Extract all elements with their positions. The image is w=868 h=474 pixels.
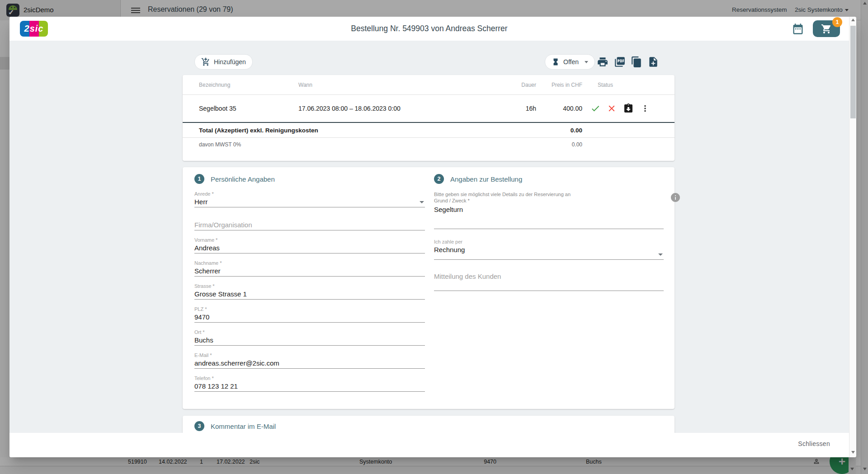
customer-message-textarea[interactable]: Mitteilung des Kunden <box>434 272 664 291</box>
chevron-down-icon <box>420 201 424 203</box>
plz-field[interactable]: PLZ * 9470 <box>194 306 425 323</box>
item-duration: 16h <box>499 105 536 112</box>
scroll-up-icon[interactable] <box>851 19 855 21</box>
item-when: 17.06.2023 08:00 – 18.06.2023 0:00 <box>298 105 401 112</box>
total-value: 0.00 <box>544 127 582 134</box>
close-button[interactable]: Schliessen <box>798 440 830 447</box>
total-row: Total (Akzeptiert) exkl. Reinigungskoste… <box>183 123 675 138</box>
section-number-badge: 3 <box>194 421 204 431</box>
reject-icon[interactable] <box>607 103 617 113</box>
firma-field[interactable]: Firma/Organisation <box>194 214 425 230</box>
purpose-textarea[interactable]: Segelturn <box>434 206 664 229</box>
ort-field[interactable]: Ort * Buchs <box>194 329 425 346</box>
copy-icon <box>631 56 642 68</box>
order-form-card: 1 Persönliche Angaben Anrede * Herr Firm… <box>183 167 675 409</box>
col-wann: Wann <box>298 82 312 88</box>
col-bezeichnung: Bezeichnung <box>199 82 230 88</box>
new-document-button[interactable] <box>647 56 659 68</box>
vorname-field[interactable]: Vorname * Andreas <box>194 237 425 253</box>
status-label: Offen <box>563 58 579 66</box>
vat-label: davon MWST 0% <box>199 141 241 148</box>
cart-badge: 1 <box>832 17 842 27</box>
more-vert-icon[interactable] <box>640 103 650 113</box>
vat-row: davon MWST 0% 0.00 <box>183 138 675 151</box>
calendar-icon[interactable] <box>792 23 804 35</box>
purpose-helper: Bitte geben sie möglichst viele Details … <box>434 191 664 197</box>
note-add-icon <box>647 56 659 68</box>
status-dropdown[interactable]: Offen <box>545 54 595 70</box>
dialog-content: Hinzufügen Offen Bezeichn <box>9 41 849 433</box>
dialog-scrollbar[interactable] <box>849 17 856 457</box>
order-items-card: Bezeichnung Wann Dauer Preis in CHF Stat… <box>183 75 675 161</box>
email-field[interactable]: E-Mail * andreas.scherrer@2sic.com <box>194 352 425 369</box>
accept-icon[interactable] <box>590 103 600 113</box>
dialog-footer: Schliessen <box>9 433 849 457</box>
hourglass-icon <box>552 58 560 66</box>
col-status: Status <box>598 82 613 88</box>
info-icon[interactable] <box>670 192 681 203</box>
table-header-row: Bezeichnung Wann Dauer Preis in CHF Stat… <box>183 75 675 95</box>
section-number-badge: 1 <box>194 174 204 184</box>
nachname-field[interactable]: Nachname * Scherrer <box>194 260 425 277</box>
add-item-label: Hinzufügen <box>214 58 246 66</box>
dialog-header: 2sic Bestellung Nr. 549903 von Andreas S… <box>9 17 849 41</box>
chevron-down-icon <box>585 61 588 63</box>
purpose-label: Grund / Zweck * <box>434 197 664 204</box>
col-preis: Preis in CHF <box>544 82 582 88</box>
order-details-section: 2 Angaben zur Bestellung Bitte geben sie… <box>434 174 664 291</box>
section-title: Kommentar im E-Mail <box>211 422 276 430</box>
scrollbar-thumb[interactable] <box>850 26 856 118</box>
pdf-button[interactable] <box>614 56 626 68</box>
print-button[interactable] <box>597 56 609 68</box>
scroll-down-icon[interactable] <box>851 451 855 454</box>
chevron-down-icon <box>658 253 663 256</box>
item-name: Segelboot 35 <box>199 105 236 112</box>
add-item-button[interactable]: Hinzufügen <box>194 54 253 70</box>
section-title: Angaben zur Bestellung <box>450 175 522 183</box>
add-shopping-cart-icon <box>201 57 210 66</box>
assignment-returned-icon[interactable] <box>623 103 634 114</box>
email-comment-card: 3 Kommentar im E-Mail <box>183 416 675 433</box>
total-label: Total (Akzeptiert) exkl. Reinigungskoste… <box>199 127 318 134</box>
table-row: Segelboot 35 17.06.2023 08:00 – 18.06.20… <box>183 95 675 123</box>
pdf-icon <box>614 56 626 68</box>
payment-select[interactable]: Ich zahle per Rechnung <box>434 239 664 260</box>
screen: ✓ 2sicDemo Reservationen (29 von 79) Res… <box>0 0 868 474</box>
section-title: Persönliche Angaben <box>211 175 275 183</box>
telefon-field[interactable]: Telefon * 078 123 12 21 <box>194 375 425 392</box>
item-price: 400.00 <box>544 105 582 112</box>
copy-button[interactable] <box>631 56 642 68</box>
shopping-cart-icon <box>821 23 832 34</box>
personal-data-section: 1 Persönliche Angaben Anrede * Herr Firm… <box>194 174 425 399</box>
dialog-title: Bestellung Nr. 549903 von Andreas Scherr… <box>9 17 849 41</box>
order-dialog: 2sic Bestellung Nr. 549903 von Andreas S… <box>9 17 856 457</box>
strasse-field[interactable]: Strasse * Grosse Strasse 1 <box>194 283 425 300</box>
vat-value: 0.00 <box>544 141 582 148</box>
printer-icon <box>597 56 609 68</box>
section-number-badge: 2 <box>434 174 444 184</box>
anrede-select[interactable]: Anrede * Herr <box>194 191 425 207</box>
col-dauer: Dauer <box>499 82 536 88</box>
